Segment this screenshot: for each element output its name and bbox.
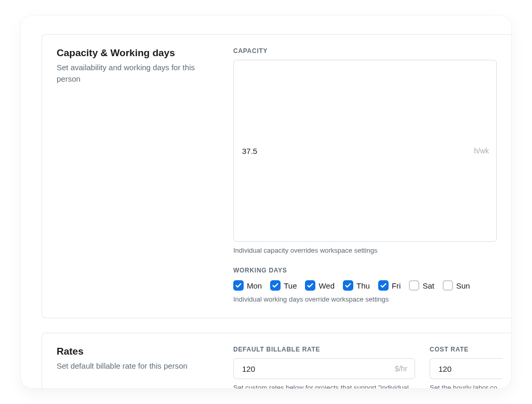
working-days-help: Individual working days override workspa… [233,295,497,304]
rates-title: Rates [57,346,212,357]
rates-subtitle: Set default billable rate for this perso… [57,360,212,372]
billable-rate-input[interactable] [241,364,395,374]
billable-rate-input-wrap[interactable]: $/hr [233,358,415,379]
day-sat[interactable]: Sat [409,280,434,291]
settings-card: Capacity & Working days Set availability… [21,16,511,388]
day-thu[interactable]: Thu [343,280,370,291]
cost-rate-help: Set the hourly labor co [430,383,502,388]
checkbox-icon[interactable] [443,280,453,291]
checkbox-icon[interactable] [378,280,389,291]
capacity-input-wrap[interactable]: h/wk [233,60,497,242]
checkbox-icon[interactable] [270,280,281,291]
day-sun[interactable]: Sun [443,280,470,291]
rates-section: Rates Set default billable rate for this… [42,333,511,388]
billable-rate-suffix: $/hr [395,364,407,373]
day-tue[interactable]: Tue [270,280,297,291]
capacity-subtitle: Set availability and working days for th… [57,62,212,85]
checkbox-icon[interactable] [343,280,353,291]
cost-rate-input[interactable] [437,364,495,374]
cost-rate-input-wrap[interactable] [430,358,502,379]
checkbox-icon[interactable] [409,280,419,291]
capacity-section: Capacity & Working days Set availability… [42,34,511,318]
day-label: Wed [318,281,335,290]
working-days-row: MonTueWedThuFriSatSun [233,280,497,291]
billable-rate-help: Set custom rates below for projects that… [233,383,415,388]
day-label: Sun [456,281,470,290]
capacity-help: Individual capacity overrides workspace … [233,246,497,255]
cost-rate-label: COST RATE [430,346,502,353]
day-label: Mon [247,281,262,290]
capacity-input[interactable] [241,146,474,156]
day-label: Tue [284,281,297,290]
capacity-label: CAPACITY [233,47,497,55]
checkbox-icon[interactable] [305,280,315,291]
day-wed[interactable]: Wed [305,280,335,291]
working-days-label: WORKING DAYS [233,267,497,274]
capacity-title: Capacity & Working days [57,47,212,59]
capacity-suffix: h/wk [474,147,489,155]
day-label: Thu [356,281,370,290]
day-fri[interactable]: Fri [378,280,401,291]
day-mon[interactable]: Mon [233,280,262,291]
day-label: Fri [392,281,401,290]
billable-rate-label: DEFAULT BILLABLE RATE [233,346,415,353]
day-label: Sat [422,281,434,290]
checkbox-icon[interactable] [233,280,244,291]
